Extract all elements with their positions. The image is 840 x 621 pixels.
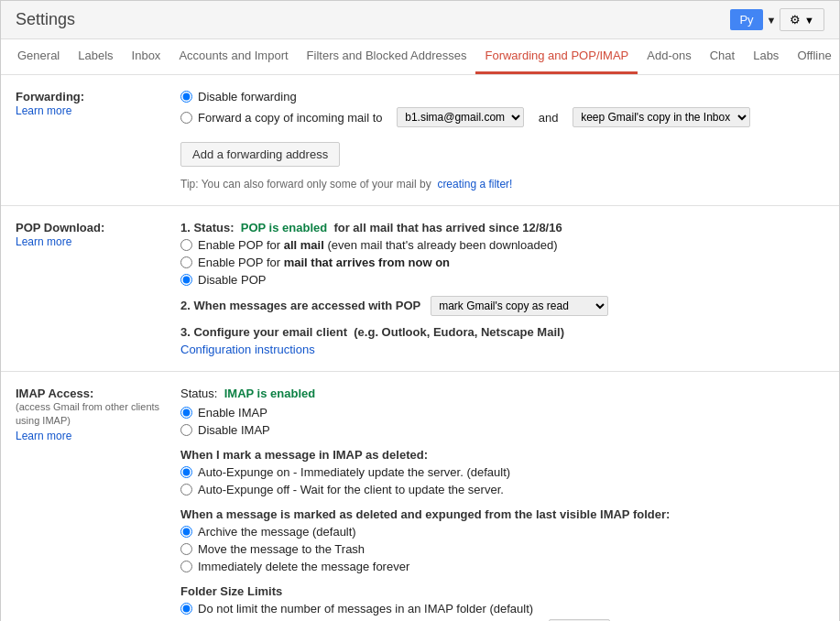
auto-expunge-off-label: Auto-Expunge off - Wait for the client t… — [198, 483, 504, 496]
tab-addons[interactable]: Add-ons — [638, 39, 700, 74]
enable-imap-label: Enable IMAP — [198, 406, 267, 419]
forwarding-label: Forwarding: Learn more — [16, 90, 180, 191]
pop-status-value: POP is enabled — [241, 221, 327, 234]
pop-status-label: 1. Status: — [180, 221, 235, 234]
tab-labels[interactable]: Labels — [69, 39, 122, 74]
tab-forwarding[interactable]: Forwarding and POP/IMAP — [475, 39, 638, 74]
pop-config-link[interactable]: Configuration instructions — [180, 343, 315, 356]
keep-copy-select[interactable]: keep Gmail's copy in the Inbox keep Gmai… — [573, 107, 750, 127]
move-trash-radio[interactable] — [180, 543, 192, 555]
pop-disable-row: Disable POP — [180, 273, 824, 287]
pop-all-mail-label: Enable POP for all mail (even mail that'… — [198, 238, 558, 252]
forwarding-learn-more[interactable]: Learn more — [16, 104, 71, 117]
auto-expunge-off-row: Auto-Expunge off - Wait for the client t… — [180, 483, 824, 496]
imap-status-row: Status: IMAP is enabled — [180, 387, 824, 400]
pop-disable-radio[interactable] — [180, 274, 192, 286]
tip-prefix: Tip: You can also forward only some of y… — [180, 178, 431, 191]
pop-status-line: 1. Status: POP is enabled for all mail t… — [180, 221, 824, 234]
pop-configure-detail: (e.g. Outlook, Eudora, Netscape Mail) — [354, 325, 564, 339]
tab-labs[interactable]: Labs — [744, 39, 788, 74]
archive-msg-label: Archive the message (default) — [198, 525, 356, 539]
pop-from-now-label: Enable POP for mail that arrives from no… — [198, 256, 450, 269]
pop-label: POP Download: Learn more — [16, 221, 180, 356]
imap-learn-more[interactable]: Learn more — [16, 430, 71, 442]
title-bar-controls: Py ▼ ⚙ ▼ — [730, 8, 824, 31]
move-trash-label: Move the message to the Trash — [198, 542, 365, 556]
settings-content: Forwarding: Learn more Disable forwardin… — [1, 75, 839, 621]
page-title: Settings — [16, 10, 75, 29]
tab-chat[interactable]: Chat — [701, 39, 744, 74]
pop-body: 1. Status: POP is enabled for all mail t… — [180, 221, 824, 356]
archive-msg-row: Archive the message (default) — [180, 525, 824, 539]
archive-msg-radio[interactable] — [180, 526, 192, 538]
auto-expunge-on-radio[interactable] — [180, 466, 192, 478]
no-limit-label: Do not limit the number of messages in a… — [198, 602, 533, 616]
tab-filters[interactable]: Filters and Blocked Addresses — [298, 39, 476, 74]
pop-learn-more[interactable]: Learn more — [16, 235, 71, 248]
forwarding-body: Disable forwarding Forward a copy of inc… — [180, 90, 824, 191]
imap-body: Status: IMAP is enabled Enable IMAP Disa… — [180, 387, 824, 621]
tab-accounts[interactable]: Accounts and Import — [169, 39, 297, 74]
imap-expunged-title: When a message is marked as deleted and … — [180, 507, 824, 521]
auto-expunge-on-label: Auto-Expunge on - Immediately update the… — [198, 465, 510, 479]
and-label: and — [539, 111, 559, 125]
disable-forwarding-row: Disable forwarding — [180, 90, 824, 104]
disable-forwarding-label: Disable forwarding — [198, 90, 297, 104]
no-limit-row: Do not limit the number of messages in a… — [180, 602, 824, 616]
pop-all-mail-row: Enable POP for all mail (even mail that'… — [180, 238, 824, 252]
tab-general[interactable]: General — [8, 39, 69, 74]
pop-title: POP Download: — [16, 221, 166, 234]
imap-status-value: IMAP is enabled — [224, 387, 315, 400]
move-trash-row: Move the message to the Trash — [180, 542, 824, 556]
disable-forwarding-radio[interactable] — [180, 91, 192, 103]
enable-imap-row: Enable IMAP — [180, 406, 824, 419]
pop-from-now-row: Enable POP for mail that arrives from no… — [180, 256, 824, 269]
pop-download-section: POP Download: Learn more 1. Status: POP … — [1, 206, 839, 372]
tab-inbox[interactable]: Inbox — [123, 39, 170, 74]
pop-from-now-radio[interactable] — [180, 256, 192, 268]
add-forwarding-button[interactable]: Add a forwarding address — [180, 142, 340, 167]
account-button[interactable]: Py — [730, 9, 762, 30]
folder-limits-title: Folder Size Limits — [180, 584, 824, 598]
pop-disable-label: Disable POP — [198, 273, 266, 287]
pop-all-mail-radio[interactable] — [180, 239, 192, 251]
tab-offline[interactable]: Offline — [788, 39, 840, 74]
forwarding-section: Forwarding: Learn more Disable forwardin… — [1, 75, 839, 206]
forwarding-title: Forwarding: — [16, 90, 166, 104]
account-dropdown-icon[interactable]: ▼ — [767, 15, 777, 26]
delete-forever-label: Immediately delete the message forever — [198, 560, 409, 573]
gear-button[interactable]: ⚙ ▼ — [780, 8, 824, 31]
pop-configure-label: 3. Configure your email client — [180, 325, 347, 339]
disable-imap-radio[interactable] — [180, 424, 192, 436]
imap-deleted-title: When I mark a message in IMAP as deleted… — [180, 448, 824, 462]
tip-text: Tip: You can also forward only some of y… — [180, 178, 824, 191]
imap-status-label: Status: — [180, 387, 217, 400]
imap-title: IMAP Access: — [16, 387, 166, 400]
pop-status-suffix: for all mail that has arrived since 12/8… — [333, 221, 562, 234]
forward-email-select[interactable]: b1.sima@gmail.com — [397, 107, 524, 127]
pop-part2-label: 2. When messages are accessed with POP — [180, 299, 420, 312]
title-bar: Settings Py ▼ ⚙ ▼ — [1, 1, 839, 39]
imap-label: IMAP Access: (access Gmail from other cl… — [16, 387, 180, 621]
delete-forever-row: Immediately delete the message forever — [180, 560, 824, 573]
imap-section: IMAP Access: (access Gmail from other cl… — [1, 372, 839, 621]
settings-window: Settings Py ▼ ⚙ ▼ General Labels Inbox A… — [0, 0, 840, 621]
disable-imap-label: Disable IMAP — [198, 423, 270, 437]
disable-imap-row: Disable IMAP — [180, 423, 824, 437]
delete-forever-radio[interactable] — [180, 561, 192, 572]
imap-desc: (access Gmail from other clients using I… — [16, 400, 166, 429]
pop-access-select[interactable]: mark Gmail's copy as read keep Gmail's c… — [431, 296, 608, 316]
forward-copy-label: Forward a copy of incoming mail to — [198, 111, 383, 125]
enable-imap-radio[interactable] — [180, 407, 192, 419]
no-limit-radio[interactable] — [180, 603, 192, 615]
auto-expunge-on-row: Auto-Expunge on - Immediately update the… — [180, 465, 824, 479]
auto-expunge-off-radio[interactable] — [180, 484, 192, 496]
forward-copy-radio[interactable] — [180, 112, 192, 124]
creating-filter-link[interactable]: creating a filter! — [437, 178, 512, 191]
pop-part3-label: 3. Configure your email client (e.g. Out… — [180, 325, 824, 339]
nav-tabs: General Labels Inbox Accounts and Import… — [1, 39, 839, 75]
forward-copy-row: Forward a copy of incoming mail to b1.si… — [180, 107, 824, 127]
